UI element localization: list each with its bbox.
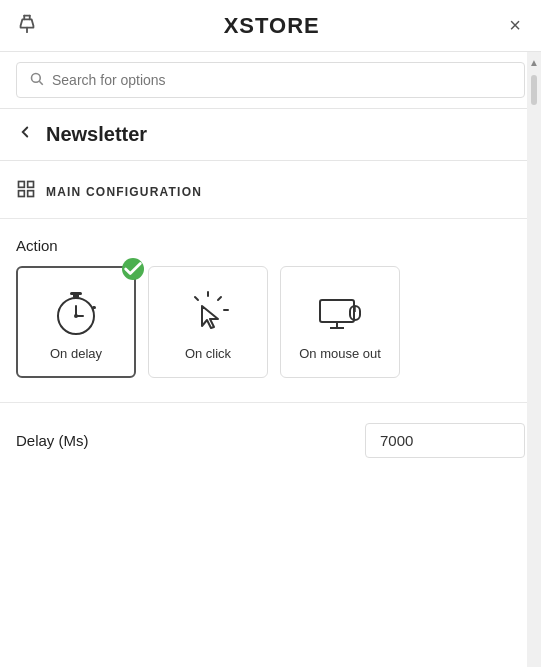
svg-rect-15	[70, 292, 82, 295]
svg-rect-16	[92, 306, 96, 309]
action-card-on-delay-label: On delay	[50, 346, 102, 361]
action-card-on-mouse-out[interactable]: On mouse out	[280, 266, 400, 378]
svg-rect-9	[28, 191, 34, 197]
page-title: Newsletter	[46, 123, 147, 146]
panel: XSTORE × ▲ Newsletter	[0, 0, 541, 667]
scroll-up-arrow[interactable]: ▲	[526, 54, 541, 71]
action-card-on-click-label: On click	[185, 346, 231, 361]
action-card-on-click[interactable]: On click	[148, 266, 268, 378]
svg-rect-6	[19, 182, 25, 188]
svg-line-5	[39, 81, 42, 84]
svg-rect-7	[28, 182, 34, 188]
app-logo: XSTORE	[224, 13, 320, 39]
action-card-on-delay[interactable]: On delay	[16, 266, 136, 378]
close-button[interactable]: ×	[505, 10, 525, 41]
scrollbar[interactable]: ▲	[527, 52, 541, 667]
search-icon	[29, 71, 44, 89]
svg-line-18	[218, 297, 221, 300]
svg-line-19	[195, 297, 198, 300]
header: XSTORE ×	[0, 0, 541, 52]
back-button[interactable]	[16, 123, 34, 146]
nav-bar: Newsletter	[0, 109, 541, 161]
section-title: MAIN CONFIGURATION	[46, 185, 202, 199]
delay-label: Delay (Ms)	[16, 432, 89, 449]
selected-badge	[122, 258, 144, 280]
section-icon	[16, 179, 36, 204]
section-header: MAIN CONFIGURATION	[0, 161, 541, 218]
delay-input[interactable]	[365, 423, 525, 458]
svg-point-4	[32, 74, 41, 83]
svg-point-13	[74, 314, 78, 318]
section-divider	[0, 218, 541, 219]
search-bar	[0, 52, 541, 109]
action-card-on-mouse-out-label: On mouse out	[299, 346, 381, 361]
svg-rect-21	[320, 300, 354, 322]
action-label: Action	[0, 237, 541, 266]
action-cards: On delay On click	[0, 266, 541, 402]
svg-rect-8	[19, 191, 25, 197]
search-input[interactable]	[52, 72, 512, 88]
delay-row: Delay (Ms)	[0, 403, 541, 478]
scroll-thumb[interactable]	[531, 75, 537, 105]
pin-icon	[16, 12, 38, 39]
search-input-wrap	[16, 62, 525, 98]
